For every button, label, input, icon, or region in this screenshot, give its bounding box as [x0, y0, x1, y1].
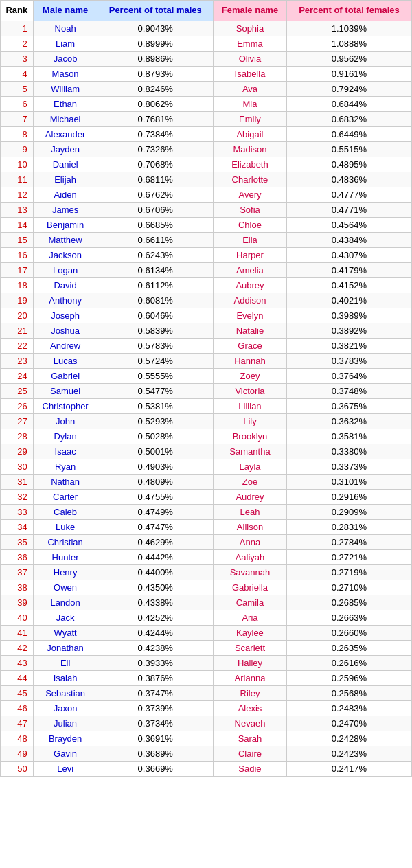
male-name-cell: Ethan [33, 96, 98, 111]
table-row: 41Wyatt0.4244%Kaylee0.2660% [1, 625, 412, 640]
rank-cell: 11 [1, 172, 34, 187]
male-pct-cell: 0.6046% [98, 308, 214, 323]
female-pct-cell: 1.0888% [286, 36, 411, 51]
female-pct-cell: 0.3380% [286, 444, 411, 459]
female-pct-cell: 0.4307% [286, 247, 411, 262]
male-name-cell: Ryan [33, 459, 98, 474]
male-pct-cell: 0.5839% [98, 323, 214, 338]
male-pct-cell: 0.6811% [98, 172, 214, 187]
rank-cell: 8 [1, 126, 34, 141]
rank-cell: 1 [1, 21, 34, 36]
male-pct-cell: 0.8246% [98, 81, 214, 96]
table-row: 2Liam0.8999%Emma1.0888% [1, 36, 412, 51]
male-pct-cell: 0.9043% [98, 21, 214, 36]
male-pct-cell: 0.4238% [98, 640, 214, 655]
table-row: 19Anthony0.6081%Addison0.4021% [1, 293, 412, 308]
male-name-cell: Benjamin [33, 217, 98, 232]
male-name-cell: Jaxon [33, 700, 98, 716]
male-name-cell: Daniel [33, 157, 98, 172]
male-pct-cell: 0.5783% [98, 338, 214, 353]
male-pct-cell: 0.7384% [98, 126, 214, 141]
rank-cell: 25 [1, 383, 34, 398]
rank-cell: 37 [1, 564, 34, 580]
female-name-cell: Amelia [214, 262, 287, 277]
female-name-header: Female name [214, 1, 287, 21]
female-pct-cell: 0.2568% [286, 685, 411, 700]
male-name-cell: Caleb [33, 504, 98, 519]
female-name-cell: Scarlett [214, 640, 287, 655]
male-name-cell: Henry [33, 564, 98, 580]
female-name-cell: Riley [214, 685, 287, 700]
male-pct-cell: 0.5001% [98, 444, 214, 459]
female-name-cell: Zoe [214, 474, 287, 489]
female-name-cell: Isabella [214, 66, 287, 81]
male-name-cell: David [33, 277, 98, 293]
female-pct-cell: 0.4895% [286, 157, 411, 172]
table-row: 14Benjamin0.6685%Chloe0.4564% [1, 217, 412, 232]
female-name-cell: Claire [214, 746, 287, 761]
table-row: 6Ethan0.8062%Mia0.6844% [1, 96, 412, 111]
female-name-cell: Layla [214, 459, 287, 474]
male-name-cell: John [33, 413, 98, 429]
female-name-cell: Sadie [214, 761, 287, 776]
female-pct-cell: 0.3892% [286, 323, 411, 338]
rank-cell: 15 [1, 232, 34, 247]
male-pct-cell: 0.4350% [98, 580, 214, 595]
table-row: 50Levi0.3669%Sadie0.2417% [1, 761, 412, 776]
male-name-cell: Jacob [33, 51, 98, 66]
female-pct-cell: 0.3783% [286, 353, 411, 368]
female-name-cell: Sophia [214, 21, 287, 36]
rank-cell: 39 [1, 595, 34, 610]
female-name-cell: Aubrey [214, 277, 287, 293]
male-name-cell: Elijah [33, 172, 98, 187]
male-pct-cell: 0.7681% [98, 111, 214, 126]
female-pct-cell: 0.2685% [286, 595, 411, 610]
female-pct-cell: 0.6844% [286, 96, 411, 111]
male-pct-cell: 0.6112% [98, 277, 214, 293]
male-pct-cell: 0.3876% [98, 670, 214, 685]
male-name-cell: Luke [33, 519, 98, 534]
table-row: 47Julian0.3734%Nevaeh0.2470% [1, 716, 412, 731]
female-pct-cell: 0.4384% [286, 232, 411, 247]
male-name-cell: Logan [33, 262, 98, 277]
male-pct-cell: 0.4809% [98, 474, 214, 489]
male-pct-cell: 0.4400% [98, 564, 214, 580]
table-row: 7Michael0.7681%Emily0.6832% [1, 111, 412, 126]
male-name-cell: William [33, 81, 98, 96]
female-pct-cell: 0.3821% [286, 338, 411, 353]
table-row: 22Andrew0.5783%Grace0.3821% [1, 338, 412, 353]
male-name-cell: Levi [33, 761, 98, 776]
table-row: 37Henry0.4400%Savannah0.2719% [1, 564, 412, 580]
table-row: 32Carter0.4755%Audrey0.2916% [1, 489, 412, 504]
male-name-cell: Julian [33, 716, 98, 731]
female-name-cell: Lily [214, 413, 287, 429]
table-row: 46Jaxon0.3739%Alexis0.2483% [1, 700, 412, 716]
male-name-cell: Christian [33, 534, 98, 549]
female-pct-cell: 0.2635% [286, 640, 411, 655]
table-row: 38Owen0.4350%Gabriella0.2710% [1, 580, 412, 595]
female-name-cell: Aaliyah [214, 549, 287, 564]
female-name-cell: Grace [214, 338, 287, 353]
female-name-cell: Evelyn [214, 308, 287, 323]
female-name-cell: Sofia [214, 202, 287, 217]
female-name-cell: Emma [214, 36, 287, 51]
rank-cell: 33 [1, 504, 34, 519]
rank-cell: 41 [1, 625, 34, 640]
female-pct-cell: 0.4179% [286, 262, 411, 277]
rank-cell: 28 [1, 429, 34, 444]
male-name-cell: Isaac [33, 444, 98, 459]
rank-cell: 50 [1, 761, 34, 776]
table-row: 35Christian0.4629%Anna0.2784% [1, 534, 412, 549]
table-row: 34Luke0.4747%Allison0.2831% [1, 519, 412, 534]
male-pct-cell: 0.3689% [98, 746, 214, 761]
male-pct-cell: 0.8999% [98, 36, 214, 51]
female-name-cell: Aria [214, 610, 287, 625]
female-pct-cell: 0.3748% [286, 383, 411, 398]
male-pct-cell: 0.7068% [98, 157, 214, 172]
rank-cell: 26 [1, 398, 34, 413]
female-pct-cell: 0.4777% [286, 187, 411, 202]
male-pct-cell: 0.3734% [98, 716, 214, 731]
male-name-cell: Michael [33, 111, 98, 126]
table-row: 44Isaiah0.3876%Arianna0.2596% [1, 670, 412, 685]
male-pct-cell: 0.6081% [98, 293, 214, 308]
